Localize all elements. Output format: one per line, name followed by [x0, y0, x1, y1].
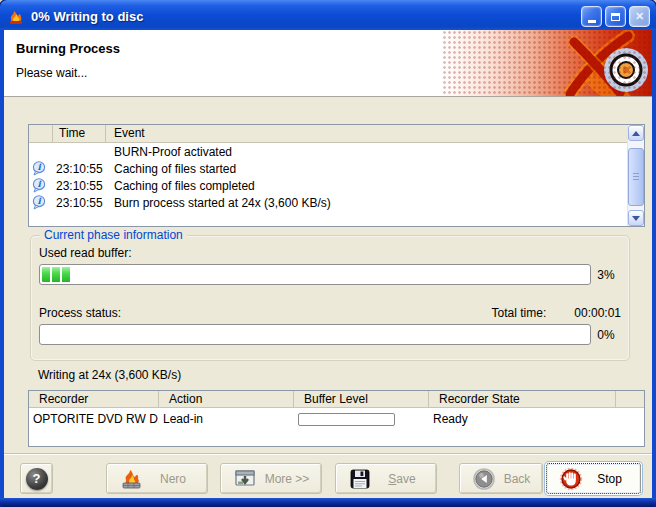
- used-read-buffer-label: Used read buffer:: [39, 246, 621, 260]
- question-mark-icon: ?: [26, 468, 48, 490]
- time-column-header[interactable]: Time: [53, 125, 106, 142]
- disc-icon: [611, 55, 641, 85]
- app-flame-icon: [7, 9, 25, 25]
- process-status-progressbar: [39, 324, 591, 345]
- recorder-state-column-header[interactable]: Recorder State: [429, 391, 616, 407]
- total-time-label: Total time:: [492, 306, 547, 320]
- more-button-label: More >>: [261, 472, 313, 486]
- chevron-down-icon: [632, 216, 640, 221]
- scrollbar-track[interactable]: [628, 141, 644, 210]
- minimize-icon: [588, 20, 596, 23]
- writing-status-line: Writing at 24x (3,600 KB/s): [38, 368, 181, 382]
- buffer-level-bar: [298, 413, 395, 426]
- titlebar[interactable]: 0% Writing to disc ✕: [0, 0, 656, 30]
- log-row[interactable]: i 23:10:55 Burn process started at 24x (…: [29, 194, 627, 211]
- maximize-icon: [611, 13, 620, 21]
- recorder-column-header[interactable]: Recorder: [29, 391, 159, 407]
- recorder-name: OPTORITE DVD RW D...: [29, 412, 159, 426]
- process-status-percent: 0%: [591, 328, 621, 342]
- info-bubble-icon: i: [29, 178, 53, 193]
- recorder-action: Lead-in: [159, 412, 294, 426]
- save-button[interactable]: Save: [335, 463, 437, 494]
- expand-window-icon: [233, 468, 257, 490]
- log-time: 23:10:55: [53, 196, 106, 210]
- event-log-body: Time Event BURN-Proof activated i: [29, 125, 627, 226]
- used-read-buffer-progressbar: [39, 264, 591, 285]
- scrollbar-thumb[interactable]: [628, 148, 644, 206]
- empty-column-header: [616, 391, 644, 407]
- stop-button-label: Stop: [587, 472, 632, 486]
- log-event: Burn process started at 24x (3,600 KB/s): [106, 196, 627, 210]
- nero-flame-icon: [119, 468, 143, 490]
- log-row[interactable]: i 23:10:55 Caching of files completed: [29, 177, 627, 194]
- page-title: Burning Process: [16, 41, 120, 56]
- back-arrow-icon: [472, 468, 496, 490]
- main-content: Time Event BURN-Proof activated i: [4, 97, 652, 453]
- recorder-row[interactable]: OPTORITE DVD RW D... Lead-in Ready: [29, 410, 644, 428]
- action-column-header[interactable]: Action: [159, 391, 294, 407]
- info-bubble-icon: i: [29, 161, 53, 176]
- event-log-header: Time Event: [29, 125, 627, 143]
- nero-logo: [442, 30, 652, 97]
- nero-button[interactable]: Nero: [106, 463, 208, 494]
- stop-button[interactable]: Stop: [546, 463, 641, 494]
- page-subtitle: Please wait...: [16, 66, 87, 80]
- log-time: 23:10:55: [53, 179, 106, 193]
- info-bubble-icon: i: [29, 195, 53, 210]
- log-row[interactable]: i 23:10:55 Caching of files started: [29, 160, 627, 177]
- scroll-down-button[interactable]: [628, 210, 644, 226]
- maximize-button[interactable]: [605, 6, 626, 27]
- help-button[interactable]: ?: [20, 463, 53, 494]
- recorder-state: Ready: [429, 412, 616, 426]
- progress-fill: [42, 267, 71, 282]
- total-time-value: 00:00:01: [574, 306, 621, 320]
- chevron-up-icon: [632, 131, 640, 136]
- process-status-label: Process status:: [39, 306, 121, 320]
- current-phase-groupbox: Current phase information Used read buff…: [30, 235, 630, 361]
- wizard-header: Burning Process Please wait...: [4, 30, 652, 97]
- log-time: 23:10:55: [53, 162, 106, 176]
- log-event: Caching of files started: [106, 162, 627, 176]
- buffer-level-cell: [294, 412, 429, 426]
- log-event: BURN-Proof activated: [106, 145, 627, 159]
- stop-hand-icon: [559, 468, 583, 490]
- more-button[interactable]: More >>: [220, 463, 322, 494]
- scroll-up-button[interactable]: [628, 125, 644, 141]
- log-event: Caching of files completed: [106, 179, 627, 193]
- close-icon: ✕: [635, 11, 644, 22]
- groupbox-title: Current phase information: [40, 228, 187, 242]
- window-title: 0% Writing to disc: [31, 9, 578, 24]
- event-log-scrollbar[interactable]: [627, 125, 644, 226]
- back-button[interactable]: Back: [459, 463, 543, 494]
- save-button-label: Save: [376, 472, 428, 486]
- floppy-disk-icon: [348, 468, 372, 490]
- icon-column-header[interactable]: [29, 125, 53, 142]
- button-bar: ? Nero More >>: [4, 453, 652, 498]
- back-button-label: Back: [500, 472, 534, 486]
- buffer-level-column-header[interactable]: Buffer Level: [294, 391, 429, 407]
- nero-button-label: Nero: [147, 472, 199, 486]
- recorder-table: Recorder Action Buffer Level Recorder St…: [28, 390, 645, 447]
- nero-burning-window: 0% Writing to disc ✕ Burning Process Ple…: [0, 0, 656, 507]
- log-row[interactable]: BURN-Proof activated: [29, 143, 627, 160]
- event-log-list: Time Event BURN-Proof activated i: [28, 124, 645, 227]
- used-read-buffer-percent: 3%: [591, 268, 621, 282]
- recorder-table-header: Recorder Action Buffer Level Recorder St…: [29, 391, 644, 408]
- window-bottom-edge: [0, 498, 656, 507]
- close-button[interactable]: ✕: [629, 6, 650, 27]
- minimize-button[interactable]: [581, 6, 602, 27]
- event-column-header[interactable]: Event: [106, 125, 627, 142]
